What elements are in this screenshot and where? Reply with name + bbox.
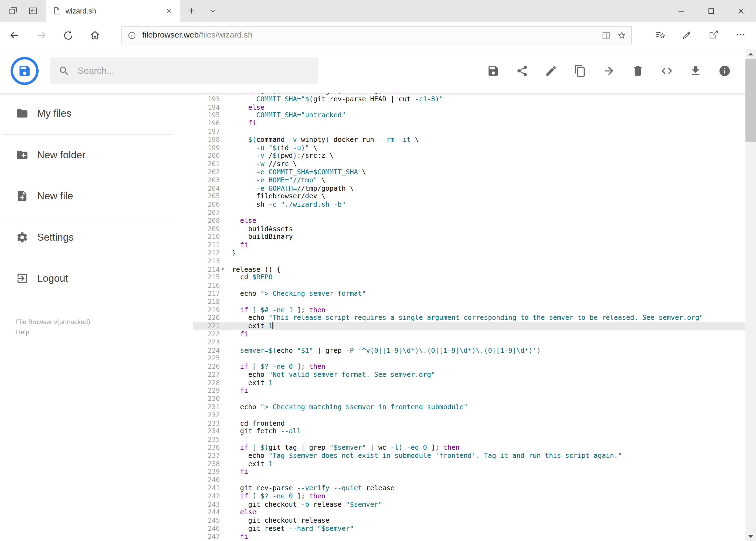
maximize-button[interactable] bbox=[696, 0, 726, 22]
code-line[interactable]: 217 echo "> Checking semver format" bbox=[193, 289, 745, 297]
code-line[interactable]: 194 else bbox=[193, 103, 745, 111]
forward-icon[interactable] bbox=[34, 28, 49, 43]
code-line[interactable]: 227 echo "Not valid semver format. See s… bbox=[193, 370, 745, 379]
favorite-star-icon[interactable] bbox=[614, 28, 629, 43]
code-line[interactable]: 232 bbox=[193, 411, 745, 419]
download-button[interactable] bbox=[687, 62, 704, 79]
code-line[interactable]: 235 bbox=[193, 435, 745, 443]
scrollbar-thumb[interactable] bbox=[745, 59, 756, 142]
code-line[interactable]: 240 bbox=[193, 476, 745, 484]
code-line[interactable]: 195 COMMIT_SHA="untracked" bbox=[193, 111, 745, 119]
minimize-button[interactable] bbox=[666, 0, 696, 22]
tab-list-chevron-icon[interactable] bbox=[204, 2, 222, 20]
sidebar-item-my-files[interactable]: My files bbox=[0, 99, 193, 128]
scrollbar-down-arrow[interactable] bbox=[745, 532, 756, 541]
code-line[interactable]: 230 bbox=[193, 395, 745, 403]
code-line[interactable]: 212} bbox=[193, 249, 745, 257]
browser-tab[interactable]: wizard.sh bbox=[46, 0, 180, 22]
search-input[interactable] bbox=[77, 65, 291, 77]
ink-notes-icon[interactable] bbox=[679, 27, 694, 42]
site-info-icon[interactable] bbox=[124, 28, 139, 43]
code-line[interactable]: 224 semver=$(echo "$1" | grep -P '^v(0|[… bbox=[193, 346, 745, 354]
code-line[interactable]: 193 COMMIT_SHA="$(git rev-parse HEAD | c… bbox=[193, 95, 745, 103]
share-button[interactable] bbox=[513, 62, 531, 79]
sidebar-item-settings[interactable]: Settings bbox=[0, 223, 193, 252]
code-line[interactable]: 198 $(command -v winpty) docker run --rm… bbox=[193, 136, 745, 144]
save-button[interactable] bbox=[484, 62, 502, 79]
code-line[interactable]: 223 bbox=[193, 338, 745, 346]
code-line[interactable]: 220 echo "This release script requires a… bbox=[193, 314, 745, 322]
code-line[interactable]: 239 fi bbox=[193, 468, 745, 476]
copy-button[interactable] bbox=[571, 62, 589, 79]
code-line[interactable]: 203 -e HOME="//tmp" \ bbox=[193, 176, 745, 184]
code-line[interactable]: 231 echo "> Checking matching $semver in… bbox=[193, 403, 745, 411]
code-line[interactable]: 243 git checkout -b release "$semver" bbox=[193, 500, 745, 508]
code-line[interactable]: 201 -w //src \ bbox=[193, 160, 745, 168]
code-view-button[interactable] bbox=[658, 62, 675, 79]
code-line[interactable]: 238 exit 1 bbox=[193, 460, 745, 468]
code-line[interactable]: 241 git rev-parse --verify --quiet relea… bbox=[193, 484, 745, 492]
search-box[interactable] bbox=[50, 58, 318, 85]
close-button[interactable] bbox=[726, 0, 756, 22]
code-line[interactable]: 214▾release () { bbox=[193, 265, 745, 273]
code-line[interactable]: 205 filebrowser/dev \ bbox=[193, 192, 745, 201]
refresh-icon[interactable] bbox=[60, 28, 76, 43]
code-line[interactable]: 211 fi bbox=[193, 241, 745, 249]
sidebar-item-new-file[interactable]: New file bbox=[0, 182, 193, 211]
code-line[interactable]: 207 bbox=[193, 209, 745, 217]
favorites-hub-icon[interactable] bbox=[652, 27, 668, 42]
sidebar-item-new-folder[interactable]: New folder bbox=[0, 141, 193, 169]
code-line[interactable]: 206 sh -c "./wizard.sh -b" bbox=[193, 201, 745, 209]
code-line[interactable]: 197 bbox=[193, 128, 745, 136]
code-line[interactable]: 213 bbox=[193, 257, 745, 265]
code-line[interactable]: 237 echo "Tag $semver does not exist in … bbox=[193, 452, 745, 460]
set-tabs-aside-icon[interactable] bbox=[4, 2, 21, 20]
code-line[interactable]: 216 bbox=[193, 281, 745, 289]
settings-ellipsis-icon[interactable] bbox=[733, 27, 748, 42]
code-line[interactable]: 247 fi bbox=[193, 533, 745, 541]
code-line[interactable]: 225 bbox=[193, 354, 745, 362]
code-line[interactable]: 196 fi bbox=[193, 119, 745, 128]
fold-arrow-icon[interactable]: ▾ bbox=[220, 265, 230, 273]
code-line[interactable]: 222 fi bbox=[193, 330, 745, 338]
home-icon[interactable] bbox=[87, 28, 103, 43]
code-line[interactable]: 215 cd $REPO bbox=[193, 273, 745, 281]
code-line[interactable]: 236 if [ $(git tag | grep "$semver" | wc… bbox=[193, 443, 745, 452]
code-line[interactable]: 233 cd frontend bbox=[193, 419, 745, 427]
code-line[interactable]: 221 exit 1 bbox=[193, 322, 745, 330]
code-line[interactable]: 202 -e COMMIT_SHA=$COMMIT_SHA \ bbox=[193, 168, 745, 176]
code-line[interactable]: 218 bbox=[193, 297, 745, 306]
address-bar[interactable]: filebrowser.web/files/wizard.sh bbox=[122, 26, 631, 44]
delete-button[interactable] bbox=[629, 62, 646, 79]
code-line[interactable]: 200 -v /$(pwd):/src:z \ bbox=[193, 152, 745, 160]
code-line[interactable]: 244 else bbox=[193, 508, 745, 516]
sidebar-item-logout[interactable]: Logout bbox=[0, 264, 193, 293]
code-line[interactable]: 228 exit 1 bbox=[193, 379, 745, 387]
code-editor[interactable]: 192 if [ "$(command -v git)" != "" ]; th… bbox=[193, 93, 745, 541]
tab-close-icon[interactable] bbox=[162, 5, 175, 17]
code-line[interactable]: 245 git checkout release bbox=[193, 516, 745, 525]
code-line[interactable]: 229 fi bbox=[193, 387, 745, 395]
help-link[interactable]: Help bbox=[16, 329, 29, 336]
share-icon[interactable] bbox=[706, 27, 721, 42]
code-line[interactable]: 226 if [ $? -ne 0 ]; then bbox=[193, 362, 745, 370]
reading-view-icon[interactable] bbox=[599, 28, 614, 43]
code-line[interactable]: 199 -u "$(id -u)" \ bbox=[193, 144, 745, 152]
code-line[interactable]: 210 buildBinary bbox=[193, 233, 745, 241]
scrollbar-up-arrow[interactable] bbox=[745, 49, 756, 58]
new-tab-button[interactable] bbox=[183, 2, 200, 20]
code-line[interactable]: 234 git fetch --all bbox=[193, 427, 745, 435]
back-icon[interactable] bbox=[7, 28, 22, 43]
page-scrollbar[interactable] bbox=[745, 49, 756, 541]
code-line[interactable]: 209 buildAssets bbox=[193, 225, 745, 233]
url-text[interactable]: filebrowser.web/files/wizard.sh bbox=[142, 31, 252, 40]
move-button[interactable] bbox=[600, 62, 618, 79]
info-button[interactable] bbox=[716, 62, 733, 79]
code-line[interactable]: 246 git reset --hard "$semver" bbox=[193, 525, 745, 533]
code-line[interactable]: 204 -e GOPATH=//tmp/gopath \ bbox=[193, 184, 745, 192]
code-line[interactable]: 242 if [ $? -ne 0 ]; then bbox=[193, 492, 745, 500]
code-line[interactable]: 219 if [ $# -ne 1 ]; then bbox=[193, 306, 745, 314]
code-line[interactable]: 192 if [ "$(command -v git)" != "" ]; th… bbox=[193, 93, 745, 95]
tab-preview-toggle-icon[interactable] bbox=[24, 2, 41, 20]
rename-button[interactable] bbox=[543, 62, 560, 79]
